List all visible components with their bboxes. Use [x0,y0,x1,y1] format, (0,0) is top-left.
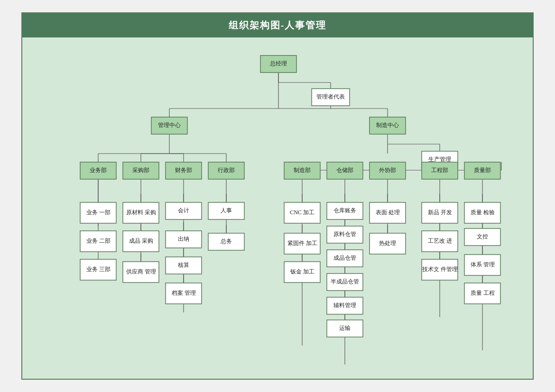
node-prod-mgmt: 生产管理 [428,156,451,163]
node-system-mgmt: 体系 管理 [471,261,495,268]
node-outsource: 外协部 [379,167,396,173]
node-biz: 业务部 [90,167,107,173]
node-mgmt: 管理中心 [158,122,181,128]
node-semi-wh: 半成品仓管 [331,278,359,285]
node-biz2: 业务 二部 [86,237,111,244]
node-raw-wh: 原料仓管 [333,231,356,237]
node-warehouse: 仓储部 [336,167,353,173]
node-cashier: 出纳 [178,236,189,242]
node-quality-eng: 质量 工程 [471,290,495,296]
node-wh-accounting: 仓库账务 [333,207,356,214]
node-new-prod: 新品 开发 [428,209,452,216]
node-transport: 运输 [339,325,351,331]
node-auxiliary: 辅料管理 [333,302,356,309]
node-quality-inspect: 质量 检验 [471,209,495,216]
org-chart-container: 组织架构图-人事管理 .sv-box { fill: white; stroke… [21,12,534,380]
node-purchase: 采购部 [132,167,149,173]
node-general-affairs: 总务 [220,238,232,245]
chart-title: 组织架构图-人事管理 [22,13,533,37]
node-supplier: 供应商 管理 [126,268,156,275]
node-admin: 行政部 [218,167,235,173]
chart-body: .sv-box { fill: white; stroke: #5a7a5a; … [22,37,533,379]
node-finished-purchase: 成品 采购 [129,237,153,244]
node-mfg: 制造中心 [376,122,399,128]
node-tech-doc: 技术文 件管理 [422,266,458,273]
node-cnc: CNC 加工 [290,209,314,216]
node-mfg-dept: 制造部 [294,167,311,173]
node-accounting: 会计 [178,207,189,214]
node-quality: 质量部 [474,167,491,173]
node-rep: 管理者代表 [316,93,345,100]
node-surface: 表面 处理 [376,209,400,216]
node-doc-control: 文控 [477,233,488,240]
node-finished-wh: 成品仓管 [333,255,356,261]
node-fastener: 紧固件 加工 [287,240,317,246]
node-ceo: 总经理 [269,60,287,67]
node-process-improve: 工艺改 进 [428,237,452,244]
node-archive: 档案 管理 [171,290,196,296]
node-biz1: 业务 一部 [86,209,111,216]
node-biz3: 业务 三部 [86,266,111,273]
node-eng: 工程部 [431,167,448,173]
node-hr: 人事 [221,207,232,214]
node-sheet-metal: 钣金 加工 [290,268,314,275]
node-audit: 核算 [177,262,189,268]
node-heat: 热处理 [379,240,396,246]
org-chart-svg: .sv-box { fill: white; stroke: #5a7a5a; … [27,47,530,369]
node-raw-purchase: 原材料 采购 [126,209,156,216]
node-finance: 财务部 [175,167,192,173]
